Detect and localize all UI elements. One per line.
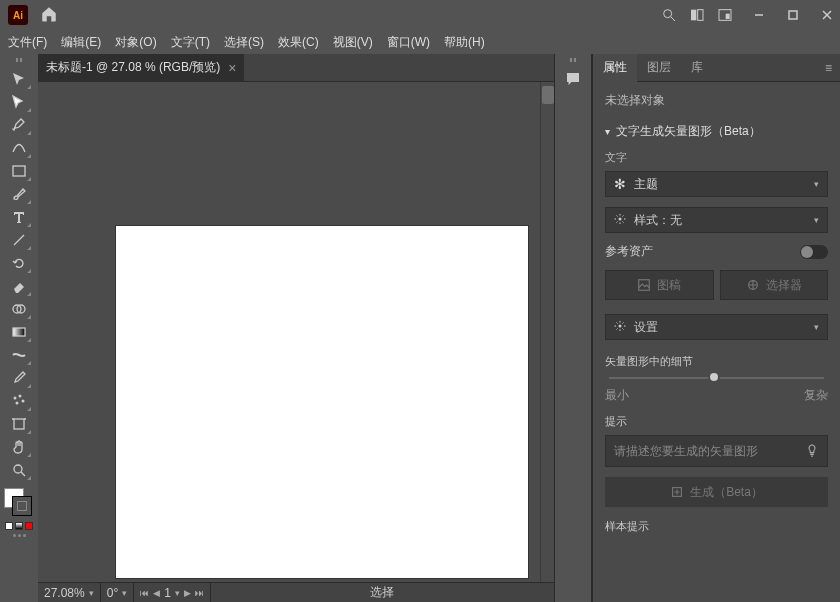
maximize-button[interactable] [784,8,802,22]
toolbar-more-icon[interactable] [13,534,26,537]
svg-point-27 [619,324,622,327]
search-icon[interactable] [660,6,678,24]
vertical-scrollbar[interactable] [540,82,554,582]
tab-layers[interactable]: 图层 [637,54,681,82]
style-row[interactable]: 样式： 无 ▾ [605,207,828,233]
tab-properties[interactable]: 属性 [593,54,637,82]
settings-label: 设置 [634,319,658,336]
tab-close-icon[interactable]: × [228,60,236,76]
sparkle-icon: ✻ [614,176,626,192]
menu-view[interactable]: 视图(V) [333,34,373,51]
collapsed-panel-strip [554,54,592,602]
detail-slider: 矢量图形中的细节 最小复杂 [605,354,828,404]
artboard-nav[interactable]: ⏮◀1▾▶⏭ [134,583,211,602]
toolbar-handle[interactable] [9,58,29,64]
picker-button[interactable]: 选择器 [720,270,829,300]
generate-button[interactable]: 生成（Beta） [605,477,828,507]
svg-point-18 [16,402,19,405]
titlebar-right [660,6,836,24]
arrange-icon[interactable] [688,6,706,24]
svg-line-23 [21,472,25,476]
menu-edit[interactable]: 编辑(E) [61,34,101,51]
menu-object[interactable]: 对象(O) [115,34,156,51]
stroke-swatch[interactable] [12,496,32,516]
selection-label: 未选择对象 [605,92,828,109]
hint-placeholder: 请描述您要生成的矢量图形 [614,443,758,460]
panel-handle[interactable] [563,58,583,64]
svg-rect-25 [639,280,650,291]
direct-selection-tool-icon[interactable] [5,91,33,113]
prompt-value: 主题 [634,176,658,193]
prompt-dropdown[interactable]: ✻ 主题 ▾ [605,171,828,197]
canvas[interactable] [38,82,554,582]
zoom-field[interactable]: 27.08%▾ [38,583,101,602]
menu-effect[interactable]: 效果(C) [278,34,319,51]
color-mode-icons[interactable] [5,522,33,530]
section-header[interactable]: ▾文字生成矢量图形（Beta） [605,123,828,140]
svg-line-11 [14,235,24,245]
menu-file[interactable]: 文件(F) [8,34,47,51]
status-bar: 27.08%▾ 0°▾ ⏮◀1▾▶⏭ 选择 [38,582,554,602]
artboard[interactable] [116,226,528,578]
pen-tool-icon[interactable] [5,114,33,136]
artboard-tool-icon[interactable] [5,413,33,435]
menu-help[interactable]: 帮助(H) [444,34,485,51]
svg-rect-2 [691,10,696,21]
rotate-tool-icon[interactable] [5,252,33,274]
line-tool-icon[interactable] [5,229,33,251]
symbol-sprayer-tool-icon[interactable] [5,390,33,412]
tab-libraries[interactable]: 库 [681,54,713,82]
selection-tool-icon[interactable] [5,68,33,90]
slider-track[interactable] [609,377,824,379]
eyedropper-tool-icon[interactable] [5,367,33,389]
paintbrush-tool-icon[interactable] [5,183,33,205]
menu-type[interactable]: 文字(T) [171,34,210,51]
hint-input[interactable]: 请描述您要生成的矢量图形 [605,435,828,467]
reference-label: 参考资产 [605,243,653,260]
svg-rect-7 [789,11,797,19]
zoom-tool-icon[interactable] [5,459,33,481]
slider-max-label: 复杂 [804,387,828,404]
slider-thumb[interactable] [708,371,720,383]
hint-label: 提示 [605,414,828,429]
toolbar [0,54,38,602]
settings-row[interactable]: 设置 ▾ [605,314,828,340]
reference-toggle[interactable] [800,245,828,259]
close-button[interactable] [818,8,836,22]
menu-window[interactable]: 窗口(W) [387,34,430,51]
svg-point-24 [619,217,622,220]
style-label: 样式： [634,212,670,229]
svg-rect-19 [14,419,24,429]
chevron-down-icon: ▾ [605,126,610,137]
type-tool-icon[interactable] [5,206,33,228]
artwork-button[interactable]: 图稿 [605,270,714,300]
menu-bar: 文件(F) 编辑(E) 对象(O) 文字(T) 选择(S) 效果(C) 视图(V… [0,30,840,54]
titlebar-left: Ai [4,5,58,26]
lightbulb-icon[interactable] [805,443,819,460]
rotate-field[interactable]: 0°▾ [101,583,134,602]
fill-stroke-swatches[interactable] [4,488,34,518]
panel-menu-icon[interactable]: ≡ [817,61,840,75]
hand-tool-icon[interactable] [5,436,33,458]
text-label: 文字 [605,150,828,165]
comment-icon[interactable] [564,70,582,91]
document-tab[interactable]: 未标题-1 @ 27.08 % (RGB/预览) × [38,54,244,82]
svg-point-22 [14,465,22,473]
sample-prompts-label: 样本提示 [605,519,828,534]
menu-select[interactable]: 选择(S) [224,34,264,51]
workspace: 未标题-1 @ 27.08 % (RGB/预览) × 27.08%▾ 0°▾ ⏮… [0,54,840,602]
minimize-button[interactable] [750,8,768,22]
workspace-icon[interactable] [716,6,734,24]
width-tool-icon[interactable] [5,344,33,366]
document-tab-title: 未标题-1 @ 27.08 % (RGB/预览) [46,59,220,76]
chevron-down-icon: ▾ [814,215,819,225]
home-icon[interactable] [40,5,58,26]
reference-toggle-row: 参考资产 [605,243,828,260]
shape-builder-tool-icon[interactable] [5,298,33,320]
chevron-down-icon: ▾ [814,322,819,332]
title-bar: Ai [0,0,840,30]
curvature-tool-icon[interactable] [5,137,33,159]
gradient-tool-icon[interactable] [5,321,33,343]
eraser-tool-icon[interactable] [5,275,33,297]
rectangle-tool-icon[interactable] [5,160,33,182]
